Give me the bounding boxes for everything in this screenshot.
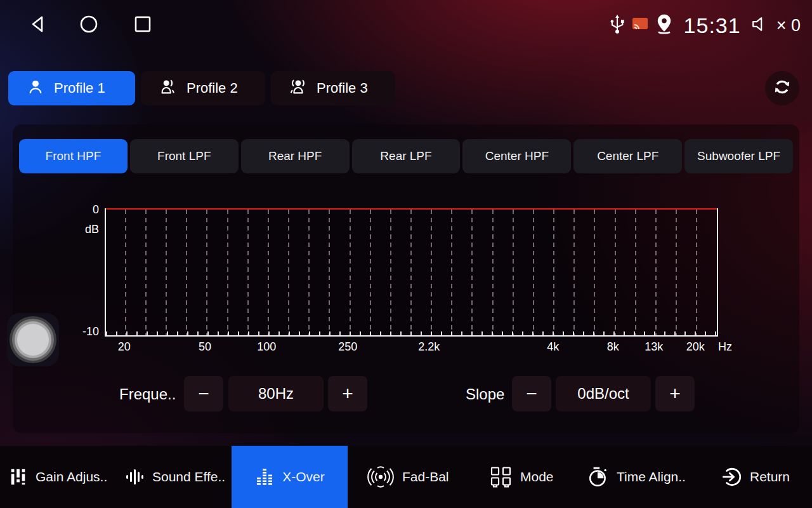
volume-muted-icon bbox=[751, 15, 769, 36]
bottom-nav-gain-adjus[interactable]: Gain Adjus.. bbox=[9, 446, 107, 508]
grid-line bbox=[513, 210, 514, 335]
grid-line bbox=[451, 210, 452, 335]
home-button[interactable] bbox=[76, 13, 102, 38]
frequency-plus-button[interactable]: + bbox=[328, 376, 367, 411]
grid-line bbox=[350, 210, 351, 335]
grid-line bbox=[553, 210, 554, 335]
grid-line bbox=[594, 210, 595, 335]
grid-line bbox=[166, 210, 167, 335]
grid-line bbox=[247, 210, 249, 335]
usb-icon bbox=[609, 14, 625, 37]
grid-line bbox=[370, 210, 371, 335]
frequency-minus-button[interactable]: − bbox=[184, 376, 223, 411]
filter-tab-rear-lpf[interactable]: Rear LPF bbox=[352, 139, 461, 173]
grid-line bbox=[227, 210, 228, 335]
x-tick-label: 13k bbox=[645, 340, 663, 354]
profile-tab-3[interactable]: Profile 3 bbox=[271, 71, 395, 105]
profile-tab-1[interactable]: Profile 1 bbox=[8, 71, 135, 105]
filter-tabs: Front HPFFront LPFRear HPFRear LPFCenter… bbox=[19, 139, 793, 173]
x-tick-label: 20k bbox=[686, 340, 705, 354]
x-tick-label: 20 bbox=[118, 340, 131, 354]
clock: 15:31 bbox=[684, 13, 741, 38]
gain-adjust-icon bbox=[9, 467, 28, 487]
recents-icon bbox=[133, 14, 153, 37]
x-tick-label: 250 bbox=[338, 340, 357, 354]
slope-value: 0dB/oct bbox=[556, 376, 651, 411]
filter-tab-rear-hpf[interactable]: Rear HPF bbox=[241, 139, 350, 173]
grid-line bbox=[655, 210, 657, 335]
bottom-nav-label: Mode bbox=[520, 469, 554, 485]
bottom-nav-x-over[interactable]: X-Over bbox=[232, 446, 348, 508]
grid-line bbox=[471, 210, 473, 335]
x-tick-label: 50 bbox=[199, 340, 211, 354]
slope-minus-button[interactable]: − bbox=[512, 376, 551, 411]
frequency-value: 80Hz bbox=[228, 376, 324, 411]
profile-tab-2[interactable]: Profile 2 bbox=[141, 71, 265, 105]
grid-line bbox=[573, 210, 575, 335]
time-align-icon bbox=[587, 466, 609, 488]
grid-line bbox=[676, 210, 677, 335]
profile-tab-label: Profile 3 bbox=[317, 80, 368, 97]
status-bar: 15:31 × 0 bbox=[0, 0, 812, 51]
filter-tab-center-lpf[interactable]: Center LPF bbox=[573, 139, 682, 173]
bottom-nav-label: Time Align.. bbox=[617, 469, 686, 485]
grid-line bbox=[125, 210, 126, 335]
main-panel: Front HPFFront LPFRear HPFRear LPFCenter… bbox=[13, 124, 799, 433]
y-tick-min: -10 bbox=[69, 325, 99, 338]
volume-knob[interactable] bbox=[7, 313, 59, 366]
volume-level: × 0 bbox=[776, 16, 801, 36]
bottom-nav-label: Fad-Bal bbox=[402, 469, 449, 485]
bottom-nav-label: X-Over bbox=[282, 469, 325, 485]
x-tick-label: 8k bbox=[607, 340, 619, 354]
sound-effects-icon bbox=[124, 467, 145, 487]
back-icon bbox=[28, 14, 48, 37]
bottom-nav: Gain Adjus..Sound Effe..X-OverFad-BalMod… bbox=[0, 446, 812, 508]
bottom-nav-return[interactable]: Return bbox=[721, 446, 790, 508]
x-axis-ticks bbox=[106, 331, 717, 335]
bottom-nav-fad-bal[interactable]: Fad-Bal bbox=[367, 446, 449, 508]
filter-tab-center-hpf[interactable]: Center HPF bbox=[462, 139, 571, 173]
grid-line bbox=[329, 210, 330, 335]
grid-line bbox=[635, 210, 636, 335]
grid-line bbox=[308, 210, 310, 335]
bottom-nav-label: Sound Effe.. bbox=[152, 469, 225, 485]
person-icon bbox=[8, 77, 54, 99]
bottom-nav-sound-effe[interactable]: Sound Effe.. bbox=[124, 446, 225, 508]
filter-tab-front-hpf[interactable]: Front HPF bbox=[19, 139, 128, 173]
cast-icon bbox=[632, 17, 648, 34]
filter-tab-subwoofer-lpf[interactable]: Subwoofer LPF bbox=[684, 139, 793, 173]
home-icon bbox=[79, 14, 99, 37]
plot-area bbox=[105, 208, 718, 337]
mode-icon bbox=[490, 466, 513, 488]
person-sound-icon bbox=[141, 77, 187, 99]
slope-plus-button[interactable]: + bbox=[655, 376, 695, 411]
person-sound2-icon bbox=[271, 77, 317, 99]
knob-dial bbox=[17, 324, 49, 356]
grid-line bbox=[615, 210, 616, 335]
profile-tab-label: Profile 1 bbox=[54, 80, 105, 97]
grid-line bbox=[186, 210, 187, 335]
grid-line bbox=[492, 210, 494, 335]
y-axis-unit: dB bbox=[69, 223, 99, 236]
y-tick-max: 0 bbox=[69, 203, 99, 217]
grid-line bbox=[288, 210, 289, 335]
x-tick-label: 100 bbox=[257, 340, 276, 354]
bottom-nav-time-align[interactable]: Time Align.. bbox=[587, 446, 686, 508]
refresh-button[interactable] bbox=[765, 71, 799, 105]
x-axis-unit: Hz bbox=[718, 340, 732, 354]
refresh-icon bbox=[771, 76, 793, 100]
bottom-nav-label: Gain Adjus.. bbox=[36, 469, 107, 485]
grid-line bbox=[696, 210, 697, 335]
xover-icon bbox=[254, 467, 275, 487]
recents-button[interactable] bbox=[130, 13, 155, 38]
grid-line bbox=[268, 210, 269, 335]
grid-line bbox=[145, 210, 147, 335]
fadbal-icon bbox=[367, 466, 395, 488]
bottom-nav-mode[interactable]: Mode bbox=[490, 446, 554, 508]
bottom-nav-label: Return bbox=[750, 469, 790, 485]
filter-tab-front-lpf[interactable]: Front LPF bbox=[130, 139, 239, 173]
grid-line bbox=[390, 210, 391, 335]
x-tick-label: 4k bbox=[547, 340, 559, 354]
back-button[interactable] bbox=[25, 13, 51, 38]
screen: 15:31 × 0 Profile 1Profile 2Profile 3 Fr… bbox=[0, 0, 812, 508]
